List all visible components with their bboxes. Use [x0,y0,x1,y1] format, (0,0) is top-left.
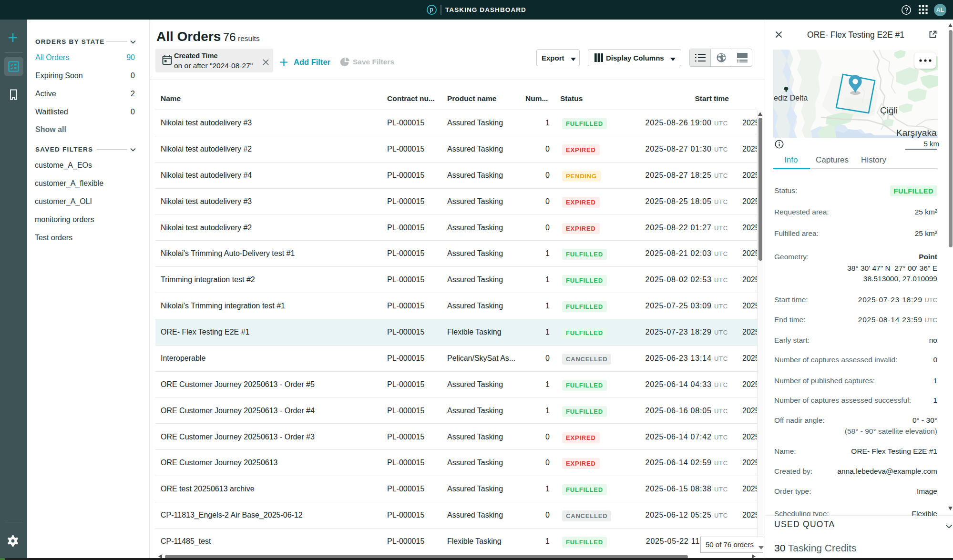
svg-text:p: p [430,6,433,13]
